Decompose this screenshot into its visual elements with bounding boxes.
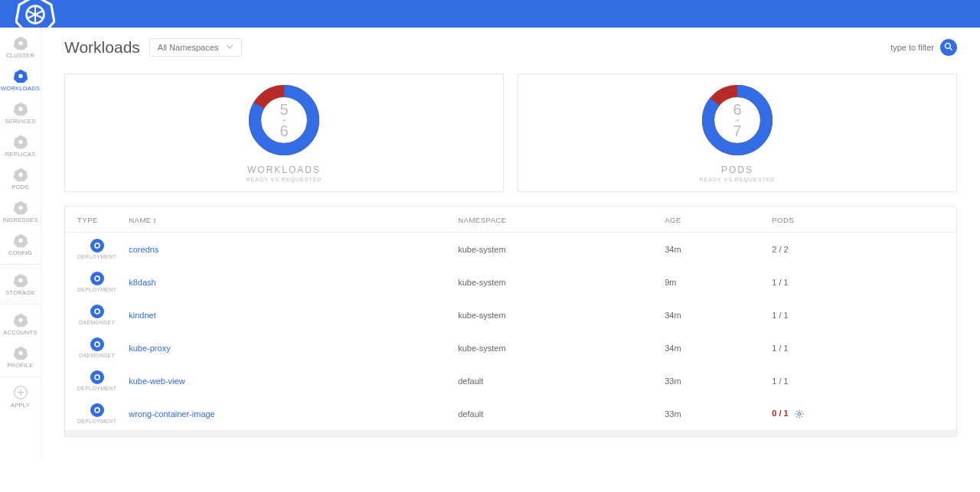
donut-requested-value: 6: [279, 123, 288, 138]
row-type-cell: DEPLOYMENT: [65, 397, 122, 430]
search-icon: [944, 42, 953, 54]
chart-subtitle: READY VS REQUESTED: [700, 177, 776, 182]
sidebar-item-apply[interactable]: APPLY: [0, 376, 41, 412]
row-age-cell: 33m: [658, 397, 766, 430]
row-type-cell: DAEMONSET: [65, 331, 122, 364]
row-namespace-cell: kube-system: [452, 266, 658, 298]
col-name[interactable]: NAME↕: [122, 207, 452, 233]
chart-subtitle: READY VS REQUESTED: [247, 177, 322, 182]
svg-point-9: [18, 41, 22, 45]
sidebar-item-pods[interactable]: PODS: [0, 162, 41, 194]
row-name-cell: wrong-container-image: [122, 397, 452, 430]
sidebar-item-storage[interactable]: STORAGE: [0, 264, 41, 299]
col-pods[interactable]: PODS: [766, 207, 956, 233]
hex-icon: [13, 101, 28, 116]
svg-line-3: [35, 11, 43, 15]
svg-point-25: [18, 318, 22, 322]
table-row[interactable]: DEPLOYMENT k8dash kube-system 9m 1 / 1: [65, 266, 956, 298]
sidebar-item-ingresses[interactable]: INGRESSES: [0, 195, 41, 226]
workload-link[interactable]: k8dash: [129, 278, 155, 287]
svg-line-32: [950, 47, 952, 50]
svg-point-23: [18, 279, 22, 282]
sidebar-item-workloads[interactable]: WORKLOADS: [0, 64, 41, 95]
row-type-cell: DEPLOYMENT: [65, 364, 122, 397]
hex-icon: [13, 200, 28, 215]
svg-point-27: [18, 351, 22, 355]
namespace-selector[interactable]: All Namespaces: [149, 38, 242, 57]
namespace-selector-label: All Namespaces: [158, 43, 218, 52]
hex-icon: [13, 312, 28, 327]
search-button[interactable]: [940, 39, 957, 56]
sidebar-item-label: REPLICAS: [5, 151, 36, 158]
workload-link[interactable]: kube-proxy: [129, 344, 170, 353]
sidebar-item-replicas[interactable]: REPLICAS: [0, 129, 41, 161]
filter-input[interactable]: [865, 43, 934, 52]
sidebar: CLUSTERWORKLOADSSERVICESREPLICASPODSINGR…: [0, 28, 41, 460]
svg-point-21: [18, 239, 22, 243]
hex-icon: [13, 134, 28, 149]
workload-type-label: DAEMONSET: [77, 320, 116, 325]
hex-ring-icon: [13, 68, 28, 83]
sidebar-item-label: APPLY: [11, 402, 30, 409]
donut-requested-value: 7: [733, 123, 741, 138]
col-type[interactable]: TYPE: [65, 207, 122, 233]
row-age-cell: 34m: [658, 331, 766, 364]
workload-type-label: DAEMONSET: [77, 353, 116, 358]
table-row[interactable]: DAEMONSET kube-proxy kube-system 34m 1 /…: [65, 331, 956, 364]
table-row[interactable]: DAEMONSET kindnet kube-system 34m 1 / 1: [65, 298, 956, 331]
chart-card-pods: 6 of 7 PODS READY VS REQUESTED: [518, 73, 957, 192]
charts-row: 5 of 6 WORKLOADS READY VS REQUESTED 6 of…: [64, 73, 957, 192]
page-header: Workloads All Namespaces: [64, 38, 957, 57]
sidebar-item-label: WORKLOADS: [1, 85, 40, 92]
workload-type-icon: [90, 337, 104, 351]
row-name-cell: kindnet: [122, 298, 452, 331]
sidebar-item-label: CONFIG: [8, 249, 32, 256]
sidebar-item-label: PROFILE: [7, 362, 33, 369]
workload-link[interactable]: wrong-container-image: [129, 409, 215, 419]
table-row[interactable]: DEPLOYMENT coredns kube-system 34m 2 / 2: [65, 233, 956, 266]
chart-title: PODS: [721, 165, 753, 175]
hex-icon: [13, 345, 28, 360]
workload-link[interactable]: coredns: [129, 245, 158, 254]
gear-icon[interactable]: [795, 409, 804, 419]
row-type-cell: DEPLOYMENT: [65, 233, 122, 266]
row-pods-cell: 0 / 1: [766, 397, 956, 430]
page-title: Workloads: [64, 38, 140, 57]
sidebar-item-label: SERVICES: [5, 118, 35, 125]
svg-line-48: [796, 411, 798, 412]
svg-line-51: [801, 411, 802, 412]
svg-point-43: [798, 412, 801, 415]
sidebar-item-profile[interactable]: PROFILE: [0, 340, 41, 372]
svg-line-50: [796, 416, 798, 418]
chart-card-workloads: 5 of 6 WORKLOADS READY VS REQUESTED: [64, 73, 504, 192]
row-name-cell: coredns: [122, 233, 452, 266]
row-age-cell: 34m: [658, 298, 766, 331]
table-row[interactable]: DEPLOYMENT kube-web-view default 33m 1 /…: [65, 364, 956, 397]
row-namespace-cell: kube-system: [452, 233, 658, 266]
plus-icon: [13, 385, 28, 400]
row-age-cell: 9m: [658, 266, 766, 298]
svg-line-49: [801, 416, 802, 418]
col-age[interactable]: AGE: [658, 207, 766, 233]
chart-title: WORKLOADS: [247, 165, 321, 175]
row-namespace-cell: kube-system: [452, 331, 658, 364]
row-pods-cell: 1 / 1: [766, 266, 956, 298]
row-namespace-cell: kube-system: [452, 298, 658, 331]
donut-center: 5 of 6: [249, 85, 319, 155]
workloads-table-card: TYPE NAME↕ NAMESPACE AGE PODS DEPLOYMENT…: [64, 206, 957, 437]
workload-type-icon: [90, 305, 104, 318]
svg-point-15: [18, 140, 22, 144]
table-row[interactable]: DEPLOYMENT wrong-container-image default…: [65, 397, 956, 430]
col-namespace[interactable]: NAMESPACE: [452, 207, 658, 233]
workload-link[interactable]: kube-web-view: [129, 376, 185, 386]
sidebar-item-label: STORAGE: [5, 289, 35, 296]
horizontal-scrollbar[interactable]: [65, 430, 956, 436]
workload-type-icon: [90, 272, 104, 285]
workload-link[interactable]: kindnet: [129, 311, 155, 320]
sidebar-item-config[interactable]: CONFIG: [0, 228, 41, 259]
sidebar-item-services[interactable]: SERVICES: [0, 96, 41, 128]
row-type-cell: DAEMONSET: [65, 298, 122, 331]
sidebar-item-accounts[interactable]: ACCOUNTS: [0, 304, 41, 339]
sidebar-item-label: INGRESSES: [2, 217, 38, 223]
sort-indicator-icon: ↕: [153, 217, 157, 224]
